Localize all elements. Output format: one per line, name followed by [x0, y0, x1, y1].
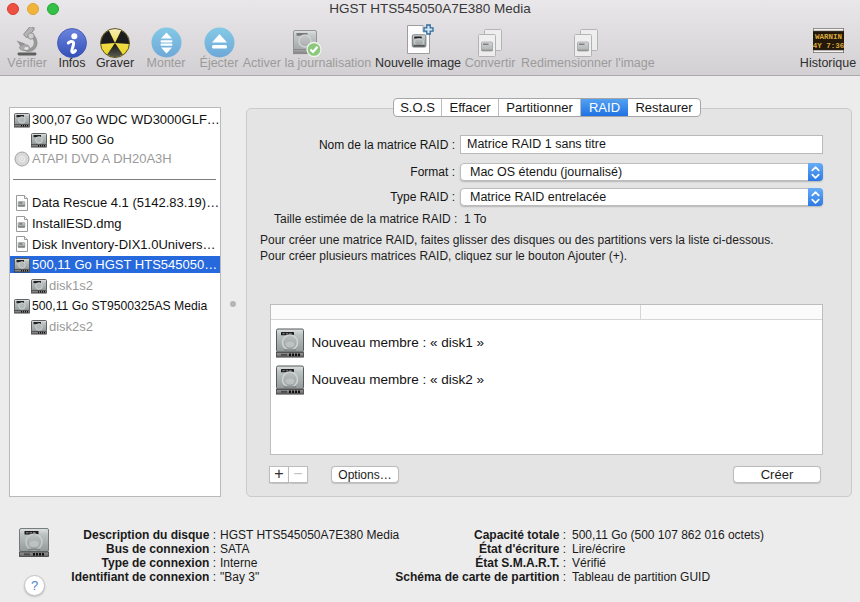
svg-text:WARNIN: WARNIN	[814, 32, 841, 40]
svg-text:4Y 7:36: 4Y 7:36	[813, 41, 844, 49]
